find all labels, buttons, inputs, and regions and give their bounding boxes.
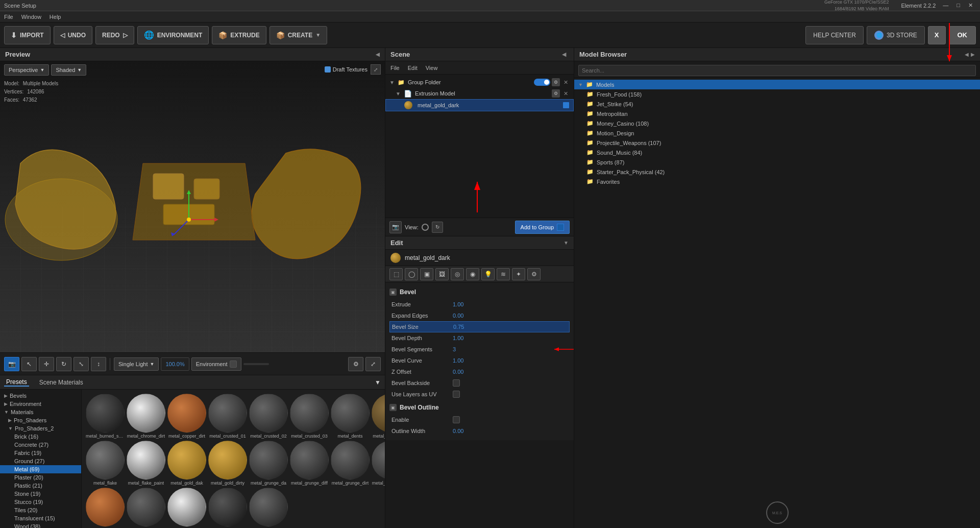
tree-plaster[interactable]: Plaster (20) xyxy=(0,473,81,482)
list-item[interactable]: metal_crusted_01 xyxy=(208,394,247,439)
edit-tb-surface[interactable]: ▣ xyxy=(420,268,433,280)
tab-scene-materials[interactable]: Scene Materials xyxy=(37,379,85,386)
use-layers-uv-checkbox[interactable] xyxy=(453,391,460,398)
tree-plastic[interactable]: Plastic (21) xyxy=(0,482,81,490)
list-item[interactable]: metal_grunge_mid xyxy=(372,441,385,486)
list-item[interactable]: metal_gold_dirty xyxy=(208,441,247,486)
mb-subfolder-money-casino[interactable]: 📁 Money_Casino (108) xyxy=(574,118,980,128)
mb-subfolder-sound-music[interactable]: 📁 Sound_Music (84) xyxy=(574,148,980,157)
material-color-sq[interactable] xyxy=(563,102,569,108)
scene-item-material[interactable]: metal_gold_dark xyxy=(385,99,574,111)
list-item[interactable]: metal_crusted_02 xyxy=(249,394,288,439)
tab-presets[interactable]: Presets xyxy=(4,378,29,387)
edit-tb-sss[interactable]: ≋ xyxy=(497,268,510,280)
preview-collapse-arrow[interactable]: ◀ xyxy=(376,52,380,57)
mb-subfolder-metropolitan[interactable]: 📁 Metropolitan xyxy=(574,109,980,118)
3d-store-button[interactable]: 🌐 3D STORE xyxy=(867,26,925,44)
z-offset-value[interactable]: 0.00 xyxy=(453,369,568,375)
mb-subfolder-projectile-weapons[interactable]: 📁 Projectile_Weapons (107) xyxy=(574,138,980,148)
tree-environment[interactable]: ▶ Environment xyxy=(0,400,81,408)
mb-subfolder-fresh-food[interactable]: 📁 Fresh_Food (158) xyxy=(574,89,980,99)
menu-file[interactable]: File xyxy=(4,14,13,20)
bevel-backside-checkbox[interactable] xyxy=(453,379,460,387)
scene-item-extrusion-model[interactable]: ▼ 📄 Extrusion Model ⚙ ✕ xyxy=(385,88,574,99)
tree-stone[interactable]: Stone (19) xyxy=(0,490,81,498)
render-settings-btn[interactable]: ⚙ xyxy=(348,357,363,371)
edit-tb-reflect[interactable]: ◎ xyxy=(451,268,464,280)
materials-collapse[interactable]: ▼ xyxy=(375,379,381,386)
tree-bevels[interactable]: ▶ Bevels xyxy=(0,392,81,400)
edit-tb-sphere[interactable]: ◯ xyxy=(405,268,418,280)
scene-delete-extrusion-btn[interactable]: ✕ xyxy=(561,89,570,98)
environment-toggle[interactable] xyxy=(230,361,237,368)
bevel-size-value[interactable]: 0.75 xyxy=(453,324,567,330)
tree-pro-shaders-2[interactable]: ▼ Pro_Shaders_2 xyxy=(0,424,81,433)
edit-tb-image[interactable]: 🖼 xyxy=(435,268,449,280)
shaded-dropdown[interactable]: Shaded ▼ xyxy=(51,64,86,76)
move-btn[interactable]: ✛ xyxy=(39,357,54,371)
view-refresh-btn[interactable]: ↻ xyxy=(432,222,443,233)
mb-subfolder-jet-strike[interactable]: 📁 Jet_Strike (54) xyxy=(574,99,980,109)
transform-btn[interactable]: ↕ xyxy=(91,357,106,371)
tree-fabric[interactable]: Fabric (19) xyxy=(0,449,81,457)
mb-subfolder-favorites[interactable]: 📁 Favorites xyxy=(574,177,980,186)
bevel-curve-value[interactable]: 1.00 xyxy=(453,357,568,364)
tree-metal[interactable]: Metal (69) xyxy=(0,465,81,473)
edit-tb-scatter[interactable]: ✦ xyxy=(512,268,525,280)
edit-collapse-btn[interactable]: ▼ xyxy=(564,240,569,246)
scene-item-group-folder[interactable]: ▼ 📁 Group Folder ⚙ ✕ xyxy=(385,77,574,88)
rotate-btn[interactable]: ↻ xyxy=(56,357,71,371)
list-item[interactable]: metal_grunge_dirt xyxy=(331,441,370,486)
list-item[interactable]: metal_copper_dirt xyxy=(167,394,206,439)
menu-help[interactable]: Help xyxy=(50,14,61,20)
view-radio-1[interactable] xyxy=(422,224,429,231)
list-item[interactable]: metal_dents xyxy=(331,394,370,439)
add-to-group-btn[interactable]: Add to Group xyxy=(515,221,570,234)
bevel-depth-value[interactable]: 1.00 xyxy=(453,335,568,341)
edit-tb-env[interactable]: ◉ xyxy=(466,268,479,280)
titlebar-close-btn[interactable]: ✕ xyxy=(965,2,976,9)
list-item[interactable]: metal_grunge_da xyxy=(249,441,288,486)
viewport-expand-btn[interactable]: ⤢ xyxy=(371,64,381,75)
mb-subfolder-motion-design[interactable]: 📁 Motion_Design xyxy=(574,128,980,138)
menu-window[interactable]: Window xyxy=(21,14,41,20)
list-item[interactable]: metal_flake_paint xyxy=(127,441,165,486)
list-item[interactable]: metal_grunge_wall xyxy=(127,488,165,528)
edit-tb-light[interactable]: 💡 xyxy=(481,268,495,280)
extrude-value[interactable]: 1.00 xyxy=(453,301,568,307)
scene-menu-view[interactable]: View xyxy=(426,65,438,71)
help-center-button[interactable]: HELP CENTER xyxy=(805,26,864,44)
tree-translucent[interactable]: Translucent (15) xyxy=(0,514,81,522)
viewport[interactable]: Perspective ▼ Shaded ▼ Draft Textures ⤢ xyxy=(0,61,385,352)
list-item[interactable]: metal_light_scratc xyxy=(167,488,206,528)
select-btn[interactable]: ↖ xyxy=(21,357,37,371)
scene-delete-group-btn[interactable]: ✕ xyxy=(561,78,570,86)
inside-bevel-value[interactable]: 100.0% xyxy=(453,439,568,440)
mb-subfolder-starter-pack[interactable]: 📁 Starter_Pack_Physical (42) xyxy=(574,167,980,177)
tree-stucco[interactable]: Stucco (19) xyxy=(0,498,81,506)
scene-collapse-btn[interactable]: ◀ xyxy=(559,50,569,59)
tree-wood[interactable]: Wood (38) xyxy=(0,522,81,528)
outline-width-value[interactable]: 0.00 xyxy=(453,428,568,434)
tree-concrete[interactable]: Concrete (27) xyxy=(0,441,81,449)
scene-menu-edit[interactable]: Edit xyxy=(408,65,418,71)
redo-button[interactable]: REDO ▷ xyxy=(95,26,134,44)
list-item[interactable]: metal_flake xyxy=(86,441,125,486)
list-item[interactable]: metal_chrome_dirt xyxy=(127,394,165,439)
mb-subfolder-sports[interactable]: 📁 Sports (87) xyxy=(574,157,980,167)
light-dropdown[interactable]: Single Light ▼ xyxy=(114,357,159,371)
scene-view-icon[interactable]: 📷 xyxy=(389,221,402,233)
create-button[interactable]: 📦 CREATE ▼ xyxy=(270,26,327,44)
environment-button[interactable]: 🌐 ENVIRONMENT xyxy=(137,26,209,44)
list-item[interactable]: metal_painted xyxy=(208,488,247,528)
fullscreen-btn[interactable]: ⤢ xyxy=(365,357,381,371)
mb-folder-models[interactable]: ▼ 📁 Models xyxy=(574,80,980,89)
draft-textures-checkbox[interactable] xyxy=(325,66,331,73)
list-item[interactable]: metal_dirty_bronz xyxy=(372,394,385,439)
undo-button[interactable]: ◁ UNDO xyxy=(54,26,92,44)
extrusion-settings-btn[interactable]: ⚙ xyxy=(552,89,560,98)
list-item[interactable]: metal_grunge_rust xyxy=(86,488,125,528)
tree-brick[interactable]: Brick (16) xyxy=(0,433,81,441)
list-item[interactable]: metal_gold_dak xyxy=(167,441,206,486)
edit-tb-settings[interactable]: ⚙ xyxy=(527,268,541,280)
